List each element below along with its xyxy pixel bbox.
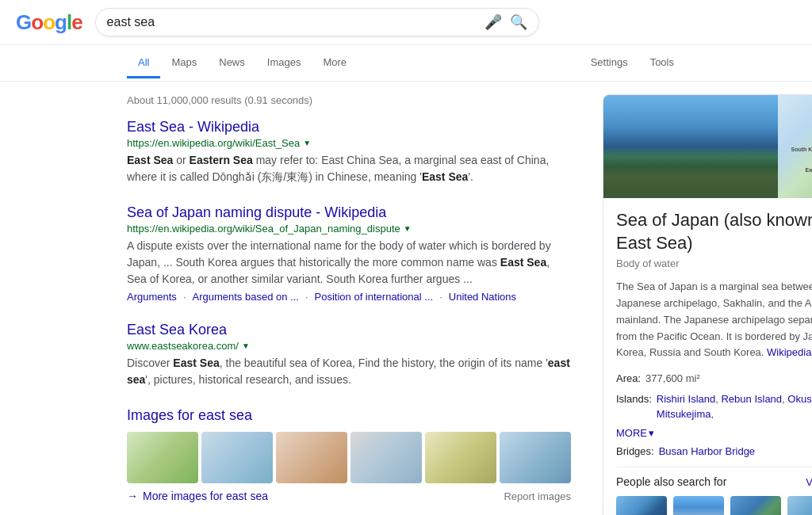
kp-view-more-link[interactable]: View 10+ more xyxy=(806,476,812,488)
result-2-title[interactable]: Sea of Japan naming dispute - Wikipedia xyxy=(127,204,571,221)
kp-description: The Sea of Japan is a marginal sea betwe… xyxy=(616,279,812,361)
result-3-desc: Discover East Sea, the beautiful sea of … xyxy=(127,355,571,388)
kp-people-header: People also search for View 10+ more xyxy=(616,475,812,488)
map-label-south-korea: South Korea xyxy=(791,147,812,152)
person-sea-of-okhotsk-img xyxy=(730,496,781,515)
search-button-icon[interactable]: 🔍 xyxy=(510,13,527,31)
tab-settings[interactable]: Settings xyxy=(580,48,639,78)
image-thumb-5[interactable] xyxy=(425,432,496,483)
image-thumb-6[interactable] xyxy=(500,432,571,483)
more-islands-link[interactable]: MORE ▾ xyxy=(616,427,812,439)
result-count: About 11,000,000 results (0.91 seconds) xyxy=(127,94,571,106)
header: Google 🎤 🔍 xyxy=(0,0,812,45)
images-grid xyxy=(127,432,571,483)
nav-tabs: All Maps News Images More Settings Tools xyxy=(0,45,812,82)
report-images-link[interactable]: Report images xyxy=(504,490,571,502)
tab-images[interactable]: Images xyxy=(256,48,312,78)
dropdown-arrow-icon: ▼ xyxy=(303,139,311,147)
result-2-links: Arguments · Arguments based on ... · Pos… xyxy=(127,291,571,303)
tab-more[interactable]: More xyxy=(312,48,358,78)
kp-divider xyxy=(616,467,812,467)
tab-news[interactable]: News xyxy=(208,48,256,78)
nav-right: Settings Tools xyxy=(580,48,685,78)
main-content: About 11,000,000 results (0.91 seconds) … xyxy=(0,82,812,515)
kp-people-grid: Yellow Sea Pacific Ocean Sea of Okhotsk … xyxy=(616,496,812,515)
kp-map[interactable]: Sea of Japan South Korea Japan East Chin… xyxy=(778,95,812,198)
kp-people-title: People also search for xyxy=(616,475,726,488)
person-east-china-sea-img xyxy=(787,496,812,515)
island-link-2[interactable]: Rebun Island xyxy=(721,393,782,405)
result-2-url: https://en.wikipedia.org/wiki/Sea_of_Jap… xyxy=(127,223,571,235)
tab-maps[interactable]: Maps xyxy=(160,48,208,78)
images-footer: → More images for east sea Report images xyxy=(127,490,571,502)
kp-wikipedia-link[interactable]: Wikipedia xyxy=(767,346,811,358)
result-2: Sea of Japan naming dispute - Wikipedia … xyxy=(127,204,571,303)
island-link-4[interactable]: Mitsukejima xyxy=(657,408,711,420)
map-label-east-china-sea: East China Sea xyxy=(806,167,813,173)
knowledge-panel: Sea of Japan South Korea Japan East Chin… xyxy=(603,94,812,515)
images-section: Images for east sea xyxy=(127,407,571,502)
knowledge-panel-card: Sea of Japan South Korea Japan East Chin… xyxy=(603,94,812,515)
kp-body: Sea of Japan (also known as East Sea) Bo… xyxy=(603,198,812,515)
island-link-3[interactable]: Okushiri Island xyxy=(787,393,812,405)
kp-images: Sea of Japan South Korea Japan East Chin… xyxy=(603,95,812,198)
result-3: East Sea Korea www.eastseakorea.com/ ▼ D… xyxy=(127,322,571,388)
image-thumb-2[interactable] xyxy=(201,432,273,483)
result-2-link-4[interactable]: United Nations xyxy=(449,291,516,303)
dropdown-arrow-icon: ▼ xyxy=(242,341,250,350)
kp-fact-islands: Islands: Rishiri Island, Rebun Island, O… xyxy=(616,391,812,422)
result-1-desc: East Sea or Eastern Sea may refer to: Ea… xyxy=(127,152,571,185)
result-1-url: https://en.wikipedia.org/wiki/East_Sea ▼ xyxy=(127,137,571,149)
result-2-desc: A dispute exists over the international … xyxy=(127,238,571,288)
kp-fact-bridges: Bridges: Busan Harbor Bridge xyxy=(616,444,812,460)
person-yellow-sea-img xyxy=(616,496,667,515)
result-2-link-3[interactable]: Position of international ... xyxy=(315,291,434,303)
result-3-url: www.eastseakorea.com/ ▼ xyxy=(127,340,571,352)
result-2-link-2[interactable]: Arguments based on ... xyxy=(193,291,299,303)
mic-icon[interactable]: 🎤 xyxy=(485,13,502,31)
more-images-link[interactable]: → More images for east sea xyxy=(127,490,268,502)
tab-tools[interactable]: Tools xyxy=(639,48,685,78)
search-input[interactable] xyxy=(107,15,477,29)
result-3-title[interactable]: East Sea Korea xyxy=(127,322,571,338)
kp-fact-area: Area: 377,600 mi² xyxy=(616,371,812,387)
dropdown-arrow-icon: ▼ xyxy=(404,224,412,233)
image-thumb-3[interactable] xyxy=(276,432,347,483)
person-sea-of-okhotsk[interactable]: Sea of Okhotsk xyxy=(730,496,781,515)
person-yellow-sea[interactable]: Yellow Sea xyxy=(616,496,667,515)
result-1: East Sea - Wikipedia https://en.wikipedi… xyxy=(127,119,571,185)
island-link-1[interactable]: Rishiri Island xyxy=(657,393,715,405)
person-east-china-sea[interactable]: East China Sea xyxy=(787,496,812,515)
kp-facts: Area: 377,600 mi² Islands: Rishiri Islan… xyxy=(616,371,812,459)
search-results: About 11,000,000 results (0.91 seconds) … xyxy=(127,94,571,515)
person-pacific-ocean-img xyxy=(673,496,724,515)
google-logo: Google xyxy=(16,10,82,35)
kp-main-photo[interactable] xyxy=(603,95,778,198)
tab-all[interactable]: All xyxy=(127,48,160,78)
kp-title: Sea of Japan (also known as East Sea) xyxy=(616,209,812,254)
image-thumb-4[interactable] xyxy=(350,432,422,483)
bridge-link[interactable]: Busan Harbor Bridge xyxy=(659,445,755,457)
result-1-title[interactable]: East Sea - Wikipedia xyxy=(127,119,571,135)
kp-subtitle: Body of water xyxy=(616,258,812,269)
search-bar[interactable]: 🎤 🔍 xyxy=(95,8,539,36)
person-pacific-ocean[interactable]: Pacific Ocean xyxy=(673,496,724,515)
image-thumb-1[interactable] xyxy=(127,432,198,483)
images-header[interactable]: Images for east sea xyxy=(127,407,571,424)
result-2-link-1[interactable]: Arguments xyxy=(127,291,177,303)
